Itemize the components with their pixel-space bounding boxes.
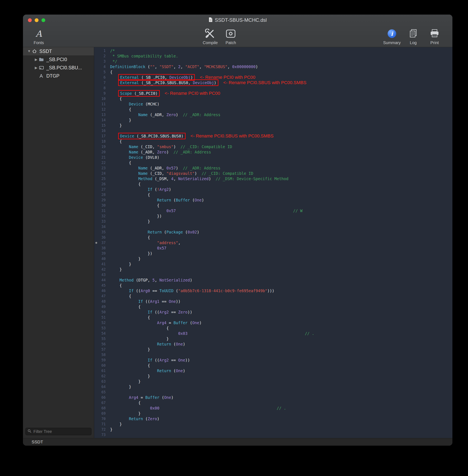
code-line[interactable]: 7 External (_SB_.PCI0.SBUS.BUS0, DeviceO… [94, 80, 453, 85]
code-line[interactable]: 30 { [94, 203, 453, 208]
line-number: 9 [94, 91, 108, 96]
code-editor[interactable]: 1/*2 * SMBus compatibility table.3 */4De… [94, 47, 453, 438]
code-line[interactable]: 42 } [94, 267, 453, 272]
code-line[interactable]: 35 Return (Package (0x02) [94, 229, 453, 235]
code-line[interactable]: 21 Device (DVL0) [94, 155, 453, 160]
code-line[interactable]: 69 } [94, 411, 453, 416]
code-line[interactable]: 40 } [94, 256, 453, 261]
code-line[interactable]: 70 Return (Zero) [94, 416, 453, 421]
code-line[interactable]: 11 Device (MCHC) [94, 101, 453, 107]
code-line-text: Name (_ADR, Zero) // _ADR: Address [108, 149, 211, 155]
code-line[interactable]: 39 }) [94, 251, 453, 256]
code-line[interactable]: 24 Name (_CID, "diagsvault") // _CID: Co… [94, 171, 453, 176]
code-line[interactable]: 37 "address", [94, 240, 453, 245]
sidebar-item-ssdt[interactable]: ▼SSDT [23, 47, 94, 55]
compile-tools-icon [205, 27, 216, 40]
code-line[interactable]: 50 If ((Arg2 == Zero)) [94, 309, 453, 315]
titlebar[interactable]: SSDT-SBUS-MCHC.dsl [23, 15, 453, 26]
code-line[interactable]: 53 { [94, 325, 453, 331]
code-line[interactable]: 31 0x57 // W [94, 208, 453, 213]
code-line[interactable]: 19 Name (_CID, "smbus") // _CID: Compati… [94, 144, 453, 149]
code-line[interactable]: 46 If ((Arg0 == ToUUID ("a0b5b7c6-1318-4… [94, 288, 453, 293]
code-line[interactable]: 29 Return (Buffer (One) [94, 197, 453, 203]
code-line[interactable]: 64 } [94, 384, 453, 389]
code-line[interactable]: 26 { [94, 181, 453, 187]
code-line[interactable]: 23 Name (_ADR, 0x57) // _ADR: Address [94, 165, 453, 171]
code-line[interactable]: 59 If ((Arg2 == One)) [94, 357, 453, 363]
line-number: 15 [94, 123, 108, 128]
filter-tree-field[interactable] [25, 428, 91, 435]
code-line[interactable]: 54 0x03 // . [94, 331, 453, 336]
code-line-text: If ((Arg2 == Zero)) [108, 309, 192, 315]
zoom-button[interactable] [42, 18, 45, 22]
log-button[interactable]: Log [404, 26, 422, 45]
code-line[interactable]: 57 } [94, 347, 453, 352]
code-line[interactable]: 62 } [94, 373, 453, 379]
line-number: 29 [94, 197, 108, 203]
line-number: 73 [94, 432, 108, 437]
code-line[interactable]: 51 { [94, 315, 453, 320]
code-line[interactable]: 13 Name (_ADR, Zero) // _ADR: Address [94, 112, 453, 117]
sidebar-item-sb-pci0-sbu[interactable]: ▶_SB.PCI0.SBU... [23, 64, 94, 72]
line-number: 66 [94, 395, 108, 400]
code-line[interactable]: 56 Return (One) [94, 342, 453, 347]
code-line[interactable]: 22 { [94, 160, 453, 165]
code-line[interactable]: 68 0x00 // . [94, 405, 453, 411]
disclosure-right-icon[interactable]: ▶ [33, 66, 39, 70]
code-line[interactable]: 18 { [94, 139, 453, 144]
code-line[interactable]: 15 } [94, 123, 453, 128]
code-line[interactable]: 33 } [94, 219, 453, 224]
code-line[interactable]: 45 { [94, 283, 453, 288]
code-line[interactable]: 65 [94, 389, 453, 395]
disclosure-down-icon[interactable]: ▼ [26, 49, 32, 53]
sidebar-item-dtgp[interactable]: DTGP [23, 72, 94, 80]
code-line[interactable]: 2 * SMBus compatibility table. [94, 53, 453, 59]
code-line[interactable]: 48 If ((Arg1 == One)) [94, 299, 453, 304]
compile-button[interactable]: Compile [201, 26, 219, 45]
code-line[interactable]: 4DefinitionBlock ("", "SSDT", 2, "ACDT",… [94, 64, 453, 69]
code-line[interactable]: 34 [94, 224, 453, 229]
code-line-text: DefinitionBlock ("", "SSDT", 2, "ACDT", … [108, 64, 258, 69]
code-line[interactable]: 72} [94, 427, 453, 432]
code-line[interactable]: 49 { [94, 304, 453, 309]
code-line[interactable]: 25 Method (_DSM, 4, NotSerialized) // _D… [94, 176, 453, 181]
code-line[interactable]: 67 { [94, 400, 453, 405]
fonts-button[interactable]: A Fonts [30, 26, 48, 45]
code-line[interactable]: 55 } [94, 336, 453, 342]
code-line[interactable]: 71 } [94, 421, 453, 427]
close-button[interactable] [28, 18, 32, 22]
code-line[interactable]: 14 } [94, 117, 453, 123]
code-line[interactable]: 58 [94, 352, 453, 357]
code-line[interactable]: 44 Method (DTGP, 5, NotSerialized) [94, 277, 453, 283]
code-line[interactable]: 10 { [94, 96, 453, 101]
summary-button[interactable]: i Summary [383, 26, 401, 45]
code-line-text: If (!Arg2) [108, 187, 171, 192]
minimize-button[interactable] [35, 18, 39, 22]
code-line[interactable]: 63 } [94, 379, 453, 384]
code-line[interactable]: 36 { [94, 235, 453, 240]
code-line[interactable]: 1/* [94, 48, 453, 53]
code-line[interactable]: 32 }) [94, 213, 453, 219]
code-line[interactable]: 3 */ [94, 59, 453, 64]
filter-tree-input[interactable] [33, 429, 89, 434]
line-number: 48 [94, 299, 108, 304]
code-line[interactable]: 43 [94, 272, 453, 277]
code-line[interactable]: 52 Arg4 = Buffer (One) [94, 320, 453, 325]
code-line[interactable]: 9 Scope (_SB.PCI0)<- Rename PCI0 with PC… [94, 91, 453, 96]
code-line[interactable]: 20 Name (_ADR, Zero) // _ADR: Address [94, 149, 453, 155]
code-line[interactable]: 38 0x57 [94, 245, 453, 251]
code-line[interactable]: 61 Return (One) [94, 368, 453, 373]
sidebar-item-sb-pci0[interactable]: ▶_SB.PCI0 [23, 55, 94, 64]
code-line[interactable]: 28 { [94, 192, 453, 197]
code-line[interactable]: 66 Arg4 = Buffer (One) [94, 395, 453, 400]
code-line[interactable]: 41 } [94, 261, 453, 267]
code-line[interactable]: 60 { [94, 363, 453, 368]
code-line[interactable]: 12 { [94, 107, 453, 112]
patch-button[interactable]: Patch [222, 26, 240, 45]
code-line[interactable]: 73 [94, 432, 453, 437]
disclosure-right-icon[interactable]: ▶ [33, 58, 39, 62]
code-line[interactable]: 27 If (!Arg2) [94, 187, 453, 192]
print-button[interactable]: Print [426, 26, 443, 45]
code-line[interactable]: 17 Device (_SB.PCI0.SBUS.BUS0)<- Rename … [94, 133, 453, 139]
code-line[interactable]: 47 { [94, 293, 453, 299]
